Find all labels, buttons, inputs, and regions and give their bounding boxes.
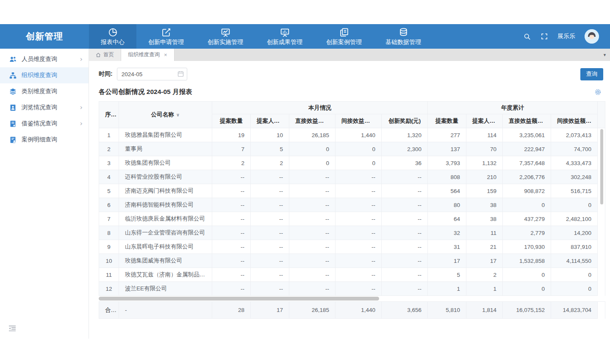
row-company: 济南迈克阀门科技有限公司: [119, 184, 212, 198]
row-value: --: [336, 268, 382, 282]
total-row: 合计-281726,1851,4403,6565,8101,81416,075,…: [99, 302, 605, 319]
header-year-proposers: 提案人数量: [466, 114, 503, 128]
header-company: 公司名称 ∨: [119, 102, 212, 128]
tab-home[interactable]: 首页: [89, 49, 121, 61]
main-area: 首页 组织维度查询 × ▼ 时间:: [89, 49, 610, 339]
close-icon[interactable]: ×: [164, 52, 167, 58]
header-month-direct-benefit: 直接效益额(元): [289, 114, 336, 128]
gear-icon[interactable]: [594, 88, 602, 96]
row-value: 0: [551, 198, 598, 212]
sidebar-item-case-detail[interactable]: 案例明细查询: [0, 132, 89, 148]
nav-item-report-center[interactable]: 报表中心: [89, 24, 136, 49]
query-button[interactable]: 查询: [580, 68, 603, 80]
row-value: --: [289, 184, 336, 198]
horizontal-scrollbar-thumb[interactable]: [99, 297, 379, 301]
row-value: --: [382, 170, 428, 184]
total-value: 1,440: [336, 302, 382, 319]
header-month-reward: 创新奖励(元): [382, 114, 428, 128]
row-value: 170,930: [503, 240, 551, 254]
row-value: 31: [428, 240, 466, 254]
row-value: 0: [336, 156, 382, 170]
row-value: --: [289, 282, 336, 296]
chevron-right-icon: ›: [80, 120, 83, 127]
vertical-scrollbar-thumb[interactable]: [600, 129, 603, 204]
tab-list-caret[interactable]: ▼: [599, 49, 610, 61]
row-value: --: [289, 212, 336, 226]
nav-item-innovation-application[interactable]: 创新申请管理: [136, 24, 196, 49]
sidebar-item-category-dimension[interactable]: 类别维度查询: [0, 83, 89, 99]
top-navbar: 创新管理 报表中心 创新申请管理 创新实施管理: [0, 24, 610, 49]
row-company: 波兰EE有限公司: [119, 282, 212, 296]
row-value: --: [382, 282, 428, 296]
table-row: 8山东得一企业管理咨询有限公司----------32112,77914,200: [99, 226, 605, 240]
row-seq: 10: [99, 254, 119, 268]
row-value: --: [212, 254, 251, 268]
row-company: 董事局: [119, 142, 212, 156]
row-value: --: [212, 198, 251, 212]
total-value: 28: [212, 302, 251, 319]
collapse-sidebar-icon[interactable]: [8, 325, 17, 333]
row-value: 32: [428, 226, 466, 240]
search-icon[interactable]: [523, 33, 531, 41]
row-value: 2,073,413: [551, 128, 598, 142]
tab-org-dimension[interactable]: 组织维度查询 ×: [121, 49, 175, 61]
nav-item-base-data[interactable]: 基础数据管理: [374, 24, 433, 49]
page: 创新管理 报表中心 创新申请管理 创新实施管理: [0, 0, 610, 364]
sidebar-item-org-dimension[interactable]: 组织维度查询: [0, 67, 89, 83]
row-seq: 5: [99, 184, 119, 198]
sidebar-item-reference-status[interactable]: 借鉴情况查询 ›: [0, 116, 89, 132]
pie-chart-icon: [108, 27, 118, 38]
row-company: 玫德雅昌集团有限公司: [119, 128, 212, 142]
row-value: --: [251, 226, 289, 240]
row-value: 5: [251, 142, 289, 156]
row-value: 1: [428, 282, 466, 296]
row-seq: 3: [99, 156, 119, 170]
sidebar-item-person-dimension[interactable]: 人员维度查询 ›: [0, 51, 89, 67]
nav-item-label: 报表中心: [101, 39, 125, 46]
row-value: --: [251, 198, 289, 212]
row-value: --: [382, 240, 428, 254]
row-seq: 4: [99, 170, 119, 184]
nav-item-label: 创新案例管理: [326, 39, 362, 46]
row-company: 迈科管业控股有限公司: [119, 170, 212, 184]
row-value: 114: [466, 128, 503, 142]
table-row: 2董事局75002,30013770222,94774,700: [99, 142, 605, 156]
row-value: 7,357,648: [503, 156, 551, 170]
row-seq: 1: [99, 128, 119, 142]
nav-item-innovation-case[interactable]: 创新案例管理: [314, 24, 374, 49]
username[interactable]: 展乐乐: [557, 33, 575, 40]
avatar[interactable]: [585, 29, 599, 44]
fullscreen-icon[interactable]: [541, 33, 548, 40]
row-value: --: [212, 212, 251, 226]
row-value: 1,440: [336, 128, 382, 142]
table-row: 9山东晨晖电子科技有限公司----------3121170,930837,91…: [99, 240, 605, 254]
row-value: 1: [466, 282, 503, 296]
table-row: 6济南科德智能科技有限公司----------803800: [99, 198, 605, 212]
row-value: 2,300: [382, 142, 428, 156]
sidebar-item-label: 案例明细查询: [22, 136, 57, 143]
row-value: 36: [382, 156, 428, 170]
row-value: --: [289, 254, 336, 268]
header-month-group: 本月情况: [212, 102, 428, 114]
row-value: 2: [251, 156, 289, 170]
sidebar-item-label: 借鉴情况查询: [22, 120, 57, 127]
row-value: --: [336, 226, 382, 240]
row-value: 0: [336, 142, 382, 156]
row-value: --: [382, 254, 428, 268]
row-value: 2,779: [503, 226, 551, 240]
row-value: 1,532,858: [503, 254, 551, 268]
report-table: 序号 公司名称 ∨ 本月情况 年度累计: [99, 101, 605, 319]
calendar-icon[interactable]: [177, 71, 184, 77]
row-value: 437,279: [503, 212, 551, 226]
time-input[interactable]: [117, 68, 187, 80]
table-body: 1玫德雅昌集团有限公司191026,1851,4401,3202771143,2…: [99, 128, 605, 296]
nav-item-innovation-implementation[interactable]: 创新实施管理: [196, 24, 255, 49]
row-value: 5: [428, 268, 466, 282]
tab-label: 组织维度查询: [128, 51, 160, 58]
column-filter-chevron-icon[interactable]: ∨: [176, 112, 180, 118]
total-value: 5,810: [428, 302, 466, 319]
top-whitespace: [0, 0, 610, 24]
nav-item-innovation-achievement[interactable]: 创新成果管理: [255, 24, 314, 49]
row-value: 0: [503, 282, 551, 296]
sidebar-item-browse-status[interactable]: 浏览情况查询 ›: [0, 99, 89, 116]
